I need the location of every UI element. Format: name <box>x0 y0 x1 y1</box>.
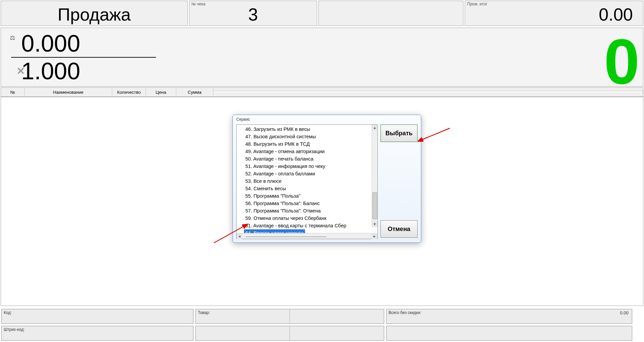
subtotal-label: Пром. итог <box>467 2 487 6</box>
col-header-name: Наименование <box>25 88 112 96</box>
table-header-scroll-gutter <box>213 91 643 94</box>
service-list-item[interactable]: 50. Avantage - печать баланса <box>244 155 377 163</box>
footer-spare-2 <box>386 326 632 341</box>
service-list-item[interactable]: 55. Программа "Польза" <box>244 192 377 200</box>
header-spacer <box>318 1 463 26</box>
scroll-right-arrow-icon[interactable]: ► <box>372 233 377 239</box>
select-button[interactable]: Выбрать <box>380 124 418 142</box>
total-no-discount-value: 0.00 <box>620 310 628 315</box>
listbox-horizontal-scrollbar[interactable]: ◄ ► <box>237 233 377 239</box>
listbox-vertical-scrollbar[interactable]: ▲ ▼ <box>372 125 377 227</box>
col-header-qty: Количество <box>112 88 146 96</box>
scroll-down-arrow-icon[interactable]: ▼ <box>372 221 377 227</box>
amounts-panel: ⚖ 0.000 ✕ 1.000 0 <box>1 28 643 87</box>
service-list-item[interactable]: 48. Выгрузить из РМК в ТСД <box>244 140 377 148</box>
service-list-item[interactable]: 57. Программа "Польза": Отмена <box>244 207 377 215</box>
line-total-value: 0 <box>604 25 640 98</box>
service-list-item[interactable]: 51. Avantage - информация по чеку <box>244 163 377 170</box>
total-no-discount-field: Всего без скидки: 0.00 <box>386 309 632 324</box>
total-no-discount-label: Всего без скидки: <box>389 310 421 315</box>
service-list-item[interactable]: 61. Avantage - ввод карты с терминала Сб… <box>244 222 377 229</box>
service-list-item[interactable]: 47. Вызов дисконтной системы <box>244 133 377 140</box>
service-list-item[interactable]: 64. Ввести адрес клиента <box>244 229 305 233</box>
service-list-item[interactable]: 59. Отмена оплаты через Сбербанк <box>244 215 377 222</box>
service-list-item[interactable]: 49. Avantage - отмена авторизации <box>244 148 377 155</box>
multiply-icon: ✕ <box>17 65 25 77</box>
scroll-left-arrow-icon[interactable]: ◄ <box>237 233 242 239</box>
code-field[interactable]: Код: <box>1 309 193 324</box>
col-header-sum: Сумма <box>176 88 213 96</box>
scroll-up-arrow-icon[interactable]: ▲ <box>372 125 377 131</box>
cancel-button[interactable]: Отмена <box>380 220 418 238</box>
subtotal-cell: Пром. итог 0.00 <box>465 1 643 26</box>
product-field[interactable]: Товар: <box>195 309 384 324</box>
barcode-field[interactable]: Штрих-код: <box>1 326 193 341</box>
code-label: Код: <box>4 310 12 315</box>
service-list-item[interactable]: 46. Загрузить из РМК в весы <box>244 125 377 133</box>
service-dialog: Сервис 46. Загрузить из РМК в весы47. Вы… <box>233 115 421 243</box>
service-list-item[interactable]: 54. Сменить весы <box>244 185 377 192</box>
hscroll-thumb[interactable] <box>246 236 327 237</box>
check-number-label: № чека <box>191 2 205 6</box>
col-header-no: № <box>1 88 25 96</box>
sale-mode-cell: Продажа <box>1 1 188 26</box>
weight-value: 0.000 <box>21 30 159 57</box>
service-list-item[interactable]: 53. Все в плюсе <box>244 177 377 185</box>
check-number-value: 3 <box>193 1 313 28</box>
sale-mode-label: Продажа <box>4 1 184 28</box>
subtotal-value: 0.00 <box>468 1 640 28</box>
items-table-header: № Наименование Количество Цена Сумма <box>1 87 643 97</box>
service-list-item[interactable]: 56. Программа "Польза": Баланс <box>244 200 377 207</box>
service-list-item[interactable]: 52. Avantage - оплата баллами <box>244 170 377 177</box>
product-label: Товар: <box>198 310 210 315</box>
weight-icon: ⚖ <box>10 34 15 41</box>
footer-spare-1 <box>195 326 384 341</box>
service-listbox[interactable]: 46. Загрузить из РМК в весы47. Вызов дис… <box>236 124 378 239</box>
barcode-label: Штрих-код: <box>4 327 25 332</box>
col-header-price: Цена <box>146 88 176 96</box>
scroll-thumb[interactable] <box>372 192 377 219</box>
quantity-value: 1.000 <box>21 58 159 85</box>
dialog-title: Сервис <box>233 115 421 123</box>
check-number-cell: № чека 3 <box>189 1 317 26</box>
